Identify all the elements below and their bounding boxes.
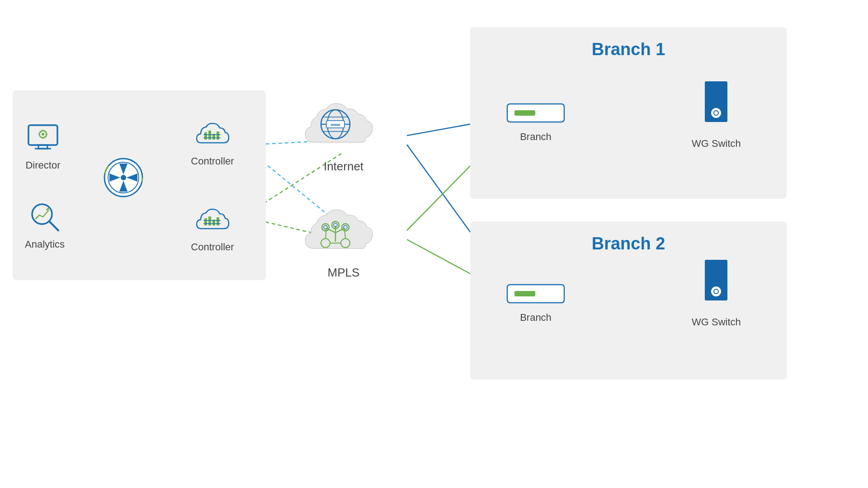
controller1-label: Controller: [191, 155, 234, 167]
director-label: Director: [25, 160, 60, 171]
branch1-title: Branch 1: [592, 40, 665, 59]
analytics-icon: [27, 199, 63, 235]
svg-point-38: [121, 175, 126, 180]
mpls-icon: [298, 203, 389, 262]
branch1-router-icon: [506, 99, 565, 127]
svg-rect-49: [217, 217, 219, 225]
branch1-device-label: Branch: [520, 131, 552, 143]
analytics-block: Analytics: [25, 199, 65, 250]
svg-text:www: www: [330, 122, 340, 127]
controller2-block: Controller: [191, 204, 234, 253]
svg-point-20: [42, 133, 44, 136]
controller2-label: Controller: [191, 241, 234, 253]
branch2-title: Branch 2: [592, 234, 665, 253]
branch2-router-icon: [506, 280, 565, 307]
svg-line-30: [49, 221, 58, 230]
svg-rect-41: [208, 131, 211, 140]
svg-point-76: [711, 108, 722, 118]
controller1-block: Controller: [191, 118, 234, 167]
mpls-node: MPLS: [298, 203, 389, 280]
orchestrator-icon: [103, 157, 144, 198]
mpls-label: MPLS: [328, 266, 360, 280]
controller-group: Controller Controller: [174, 90, 251, 280]
controller1-icon: [194, 118, 231, 152]
internet-node: www Internet: [298, 97, 389, 174]
branch2-device: Branch: [506, 280, 565, 324]
branch2-switch-icon: [703, 258, 730, 312]
analytics-label: Analytics: [25, 239, 65, 250]
branch1-switch: WG Switch: [692, 79, 741, 150]
svg-rect-40: [204, 132, 207, 140]
svg-rect-74: [514, 110, 535, 116]
internet-icon: www: [298, 97, 389, 156]
branch2-box: Branch 2 Branch WG Switch: [470, 221, 787, 380]
director-block: Director: [25, 120, 61, 171]
diagram-container: Director Analytics: [0, 0, 868, 488]
controller2-icon: [194, 204, 231, 238]
branch1-switch-icon: [703, 79, 730, 133]
branch2-switch: WG Switch: [692, 258, 741, 328]
svg-rect-80: [514, 291, 535, 296]
svg-rect-43: [217, 131, 219, 140]
branch2-device-label: Branch: [520, 312, 552, 324]
director-icon: [25, 120, 61, 156]
orchestrator-node: [103, 157, 144, 198]
branch1-device: Branch: [506, 99, 565, 143]
svg-point-82: [711, 286, 722, 297]
svg-line-28: [40, 136, 41, 137]
internet-label: Internet: [324, 160, 363, 174]
svg-rect-47: [208, 216, 211, 225]
branch1-box: Branch 1 Branch WG Switch: [470, 27, 787, 199]
branch1-switch-label: WG Switch: [692, 138, 741, 150]
branch2-switch-label: WG Switch: [692, 316, 741, 328]
svg-marker-31: [46, 207, 49, 211]
svg-rect-46: [204, 218, 207, 225]
